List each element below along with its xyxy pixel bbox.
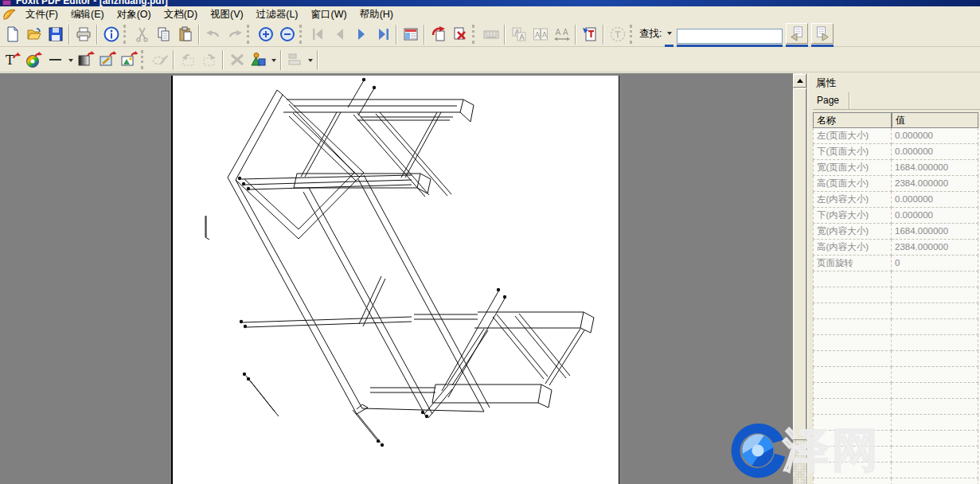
table-row-empty[interactable]: [813, 271, 980, 287]
delete-object-button[interactable]: [226, 49, 248, 70]
table-row-empty[interactable]: [813, 351, 980, 367]
assembly-line-drawing: [173, 76, 619, 484]
replace-image-button[interactable]: [118, 49, 139, 70]
column-header-name[interactable]: 名称: [813, 112, 892, 128]
paste-button[interactable]: [174, 24, 196, 45]
table-row-empty[interactable]: [813, 399, 980, 415]
menu-view[interactable]: 视图(V): [204, 6, 250, 23]
condense-font-button[interactable]: AA: [529, 24, 551, 45]
menu-file[interactable]: 文件(F): [19, 6, 64, 23]
tab-page[interactable]: Page: [813, 92, 849, 109]
table-row[interactable]: 宽(页面大小)1684.000000: [813, 160, 980, 176]
table-row-empty[interactable]: [813, 463, 980, 478]
table-row[interactable]: 高(内容大小)2384.000000: [813, 240, 980, 256]
find-next-button[interactable]: [811, 23, 834, 44]
add-text-button[interactable]: T: [2, 49, 23, 70]
rotate-object-right-button[interactable]: [198, 49, 220, 70]
table-row[interactable]: 左(内容大小)0.000000: [813, 192, 980, 208]
svg-text:A: A: [519, 33, 525, 41]
cut-button[interactable]: [131, 24, 153, 45]
keyboard-button[interactable]: [480, 24, 502, 45]
fill-gradient-button[interactable]: [75, 49, 96, 70]
vertical-scrollbar[interactable]: [793, 73, 806, 484]
align-tool-dropdown[interactable]: [306, 49, 314, 70]
cut-icon: [134, 25, 151, 43]
keyboard-icon: [482, 25, 500, 43]
zoom-out-button[interactable]: [276, 24, 298, 45]
next-page-button[interactable]: [350, 24, 372, 45]
line-style-dropdown[interactable]: [66, 49, 75, 70]
color-picker-button[interactable]: [23, 49, 45, 70]
undo-button[interactable]: [202, 24, 224, 45]
properties-table: 名称 值 左(页面大小)0.000000 下(页面大小)0.000000 宽(页…: [813, 112, 980, 484]
menu-help[interactable]: 帮助(H): [353, 6, 400, 23]
document-canvas[interactable]: [0, 73, 793, 484]
rotate-object-left-button[interactable]: [177, 49, 198, 70]
table-row-empty[interactable]: [813, 478, 980, 484]
find-prev-button[interactable]: [786, 23, 808, 44]
chevron-down-icon: [68, 59, 73, 64]
condense-font-icon: AA: [532, 25, 549, 43]
table-row[interactable]: 高(页面大小)2384.000000: [813, 176, 980, 192]
table-row-empty[interactable]: [813, 383, 980, 399]
prev-page-icon: [331, 25, 349, 43]
table-row[interactable]: 左(页面大小)0.000000: [813, 128, 980, 144]
page-layout-button[interactable]: [400, 24, 421, 45]
table-row[interactable]: 页面旋转0: [813, 256, 980, 271]
rotate-page-button[interactable]: [428, 24, 449, 45]
pdf-page[interactable]: [171, 76, 619, 484]
find-options-dropdown[interactable]: [665, 23, 674, 44]
first-page-button[interactable]: [307, 24, 329, 45]
touchup-object-icon: [151, 51, 169, 68]
delete-page-button[interactable]: [449, 24, 470, 45]
scroll-up-button[interactable]: [793, 74, 806, 88]
save-button[interactable]: [45, 24, 66, 45]
table-row-empty[interactable]: [813, 287, 980, 303]
menu-object[interactable]: 对象(O): [111, 6, 158, 23]
table-row-empty[interactable]: [813, 303, 980, 319]
chevron-down-icon: [271, 59, 276, 64]
find-input[interactable]: [677, 29, 783, 44]
menu-filter[interactable]: 过滤器(L): [250, 6, 305, 23]
prev-page-button[interactable]: [329, 24, 350, 45]
replace-font-button[interactable]: AA: [508, 24, 529, 45]
table-row[interactable]: 下(内容大小)0.000000: [813, 208, 980, 224]
table-row-empty[interactable]: [813, 415, 980, 431]
open-file-icon: [25, 25, 43, 43]
save-icon: [47, 25, 64, 43]
menu-document[interactable]: 文档(D): [158, 6, 204, 23]
widen-font-button[interactable]: AA: [551, 24, 572, 45]
page-layout-icon: [402, 25, 420, 43]
touchup-object-button[interactable]: [149, 49, 170, 70]
properties-panel: 属性 Page 名称 值 左(页面大小)0.000000 下(页面大小)0.00…: [813, 73, 980, 484]
scrollbar-thumb[interactable]: [793, 88, 806, 440]
column-header-value[interactable]: 值: [892, 112, 978, 128]
text-circle-tool-button[interactable]: [607, 24, 628, 45]
table-row-empty[interactable]: [813, 319, 980, 335]
table-row-empty[interactable]: [813, 431, 980, 447]
new-document-icon: [4, 25, 21, 43]
edit-text-tool-button[interactable]: [579, 24, 600, 45]
line-style-button[interactable]: [45, 49, 66, 70]
shapes-tool-button[interactable]: [248, 49, 269, 70]
table-row[interactable]: 宽(内容大小)1684.000000: [813, 224, 980, 240]
edit-image-button[interactable]: [96, 49, 118, 70]
table-row[interactable]: 下(页面大小)0.000000: [813, 144, 980, 160]
table-row-empty[interactable]: [813, 367, 980, 383]
redo-button[interactable]: [224, 24, 245, 45]
document-info-button[interactable]: [100, 24, 122, 45]
zoom-in-button[interactable]: [255, 24, 276, 45]
find-next-icon: [814, 25, 830, 41]
align-tool-button[interactable]: [284, 49, 306, 70]
open-file-button[interactable]: [23, 24, 45, 45]
shapes-tool-dropdown[interactable]: [269, 49, 278, 70]
last-page-button[interactable]: [372, 24, 393, 45]
copy-button[interactable]: [153, 24, 174, 45]
table-row-empty[interactable]: [813, 447, 980, 463]
chevron-down-icon: [308, 59, 313, 64]
menu-edit[interactable]: 编辑(E): [64, 6, 111, 23]
table-row-empty[interactable]: [813, 335, 980, 351]
menu-window[interactable]: 窗口(W): [305, 6, 353, 23]
new-document-button[interactable]: [2, 24, 23, 45]
print-button[interactable]: [72, 24, 94, 45]
